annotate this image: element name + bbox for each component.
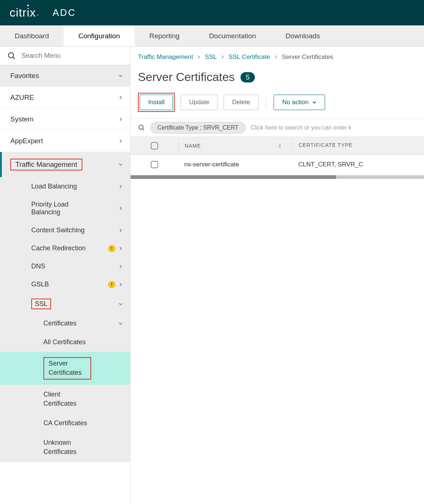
citrix-logo: citri•x.: [10, 6, 39, 20]
svg-point-0: [8, 53, 14, 58]
sidebar-item-gslb[interactable]: GSLB !: [0, 275, 130, 293]
favorites-label: Favorites: [10, 72, 39, 80]
scrollbar-thumb[interactable]: [131, 175, 336, 179]
search-icon: [7, 52, 16, 60]
content-area: Favorites AZURE System AppExpert Traffic…: [0, 47, 424, 504]
tab-documentation[interactable]: Documentation: [194, 25, 271, 46]
table-row[interactable]: ns-server-certificate CLNT_CERT, SRVR_C: [131, 155, 424, 175]
chevron-right-icon: [118, 264, 123, 269]
chevron-down-icon: [118, 302, 123, 306]
update-button[interactable]: Update: [181, 95, 218, 110]
breadcrumb-current: Server Certificates: [282, 53, 333, 61]
header-bar: citri•x. ADC: [0, 0, 424, 25]
sidebar-item-label: Content Switching: [31, 226, 85, 234]
sidebar-item-label: Unknown Certificates: [43, 438, 91, 457]
tab-reporting[interactable]: Reporting: [135, 25, 194, 46]
sidebar-item-label: Cache Redirection: [31, 244, 86, 252]
product-name: ADC: [53, 7, 76, 18]
warning-icon: !: [108, 281, 115, 288]
sidebar-item-system[interactable]: System: [0, 109, 130, 130]
tab-configuration[interactable]: Configuration: [64, 25, 135, 46]
search-icon[interactable]: [138, 124, 145, 131]
chevron-right-icon: [118, 139, 123, 143]
action-bar: Install Update Delete No action: [131, 93, 424, 119]
sidebar-item-label: AZURE: [10, 94, 34, 102]
sidebar-item-ssl[interactable]: SSL: [0, 293, 130, 314]
column-type-label: CERTIFICATE TYPE: [299, 142, 353, 148]
sidebar-item-ca-certificates[interactable]: CA Certificates: [0, 413, 130, 433]
page-title: Server Certificates: [138, 70, 235, 84]
row-checkbox[interactable]: [151, 161, 158, 168]
breadcrumb-link[interactable]: Traffic Management: [138, 53, 193, 61]
tab-downloads[interactable]: Downloads: [271, 25, 335, 46]
sidebar-favorites[interactable]: Favorites: [0, 65, 130, 87]
breadcrumb-link[interactable]: SSL: [205, 53, 217, 61]
chevron-down-icon: [118, 162, 123, 167]
column-checkbox: [131, 137, 178, 155]
sidebar-item-traffic-management[interactable]: Traffic Management: [0, 152, 130, 177]
filter-chip[interactable]: Certificate Type : SRVR_CERT: [150, 122, 246, 134]
main-panel: Traffic Management SSL SSL Certificate S…: [131, 47, 424, 504]
certificates-table: NAME ▲▼ CERTIFICATE TYPE ns-server-certi…: [131, 137, 424, 179]
sidebar-item-load-balancing[interactable]: Load Balancing: [0, 177, 130, 195]
row-checkbox-cell: [131, 155, 178, 174]
chevron-down-icon: [118, 321, 123, 326]
main-tabs: Dashboard Configuration Reporting Docume…: [0, 25, 424, 47]
install-button[interactable]: Install: [140, 95, 173, 110]
sidebar-item-label: DNS: [31, 262, 45, 270]
svg-point-2: [139, 125, 143, 130]
delete-button[interactable]: Delete: [224, 95, 259, 110]
horizontal-scrollbar[interactable]: [131, 175, 424, 179]
sidebar-item-server-certificates[interactable]: Server Certificates: [0, 352, 130, 384]
sort-icon: ▲▼: [278, 144, 282, 148]
breadcrumb-link[interactable]: SSL Certificate: [228, 53, 270, 61]
server-certificates-label: Server Certificates: [43, 357, 91, 379]
chevron-right-icon: [118, 184, 123, 189]
chevron-down-icon: [312, 101, 317, 104]
filter-hint[interactable]: Click here to search or you can enter k: [251, 124, 352, 131]
svg-line-1: [13, 57, 15, 59]
chevron-right-icon: [221, 55, 224, 59]
ssl-label: SSL: [31, 299, 51, 309]
sidebar-item-all-certificates[interactable]: All Certificates: [0, 332, 130, 352]
sidebar-item-label: Client Certificates: [43, 390, 91, 408]
column-certificate-type[interactable]: CERTIFICATE TYPE: [292, 137, 424, 155]
divider: [266, 96, 266, 109]
sidebar-item-label: Priority Load Balancing: [31, 201, 94, 216]
select-all-checkbox[interactable]: [151, 142, 158, 149]
sidebar-item-label: Certificates: [43, 320, 76, 327]
search-box[interactable]: [0, 47, 130, 65]
chevron-right-icon: [274, 55, 277, 59]
sidebar-item-unknown-certificates[interactable]: Unknown Certificates: [0, 433, 130, 462]
no-action-label: No action: [282, 99, 309, 106]
tab-dashboard[interactable]: Dashboard: [0, 25, 64, 46]
chevron-right-icon: [197, 55, 200, 59]
install-highlight: Install: [138, 93, 175, 112]
sidebar-item-cache-redirection[interactable]: Cache Redirection !: [0, 239, 130, 257]
column-name[interactable]: NAME ▲▼: [178, 137, 292, 155]
chevron-right-icon: [118, 246, 123, 251]
sidebar-item-certificates[interactable]: Certificates: [0, 314, 130, 332]
sidebar-item-content-switching[interactable]: Content Switching: [0, 221, 130, 239]
warning-icon: !: [108, 245, 115, 252]
sidebar-item-dns[interactable]: DNS: [0, 257, 130, 275]
filter-row: Certificate Type : SRVR_CERT Click here …: [131, 119, 424, 137]
traffic-management-label: Traffic Management: [10, 159, 82, 170]
search-input[interactable]: [21, 52, 123, 60]
chevron-down-icon: [118, 74, 123, 78]
sidebar-item-azure[interactable]: AZURE: [0, 87, 130, 109]
sidebar-item-client-certificates[interactable]: Client Certificates: [0, 385, 130, 413]
sidebar-item-label: All Certificates: [43, 338, 86, 347]
chevron-right-icon: [118, 95, 123, 100]
sidebar-item-label: System: [10, 115, 33, 123]
row-type: CLNT_CERT, SRVR_C: [292, 155, 424, 174]
chevron-right-icon: [118, 206, 123, 211]
row-name: ns-server-certificate: [178, 155, 292, 174]
chevron-right-icon: [118, 117, 123, 121]
sidebar-item-priority-load-balancing[interactable]: Priority Load Balancing: [0, 195, 130, 221]
no-action-dropdown[interactable]: No action: [274, 95, 325, 110]
chevron-right-icon: [118, 282, 123, 287]
chevron-right-icon: [118, 228, 123, 233]
sidebar: Favorites AZURE System AppExpert Traffic…: [0, 47, 131, 504]
sidebar-item-appexpert[interactable]: AppExpert: [0, 130, 130, 152]
